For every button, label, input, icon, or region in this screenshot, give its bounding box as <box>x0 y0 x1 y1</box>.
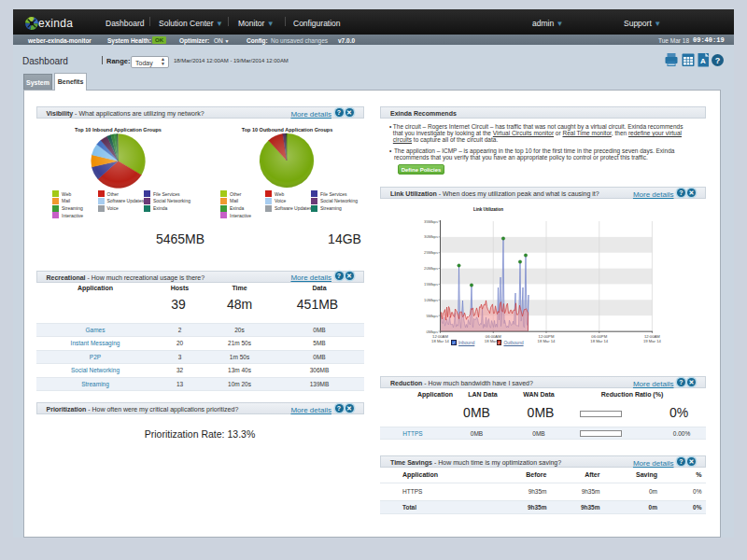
svg-text:10Mbps: 10Mbps <box>424 298 438 302</box>
svg-text:25Mbps: 25Mbps <box>424 250 438 255</box>
svg-text:18 Mar 14: 18 Mar 14 <box>431 339 450 343</box>
svg-text:15Mbps: 15Mbps <box>424 282 438 287</box>
svg-text:20Mbps: 20Mbps <box>424 266 438 271</box>
svg-text:30Mbps: 30Mbps <box>424 234 438 239</box>
svg-text:18 Mar 14: 18 Mar 14 <box>538 339 557 343</box>
svg-text:?: ? <box>715 56 721 65</box>
svg-text:A: A <box>700 57 706 65</box>
svg-text:5Mbps: 5Mbps <box>426 314 438 318</box>
svg-text:19 Mar 14: 19 Mar 14 <box>643 339 662 343</box>
svg-text:35Mbps: 35Mbps <box>424 219 438 224</box>
svg-text:18 Mar 14: 18 Mar 14 <box>590 339 609 343</box>
